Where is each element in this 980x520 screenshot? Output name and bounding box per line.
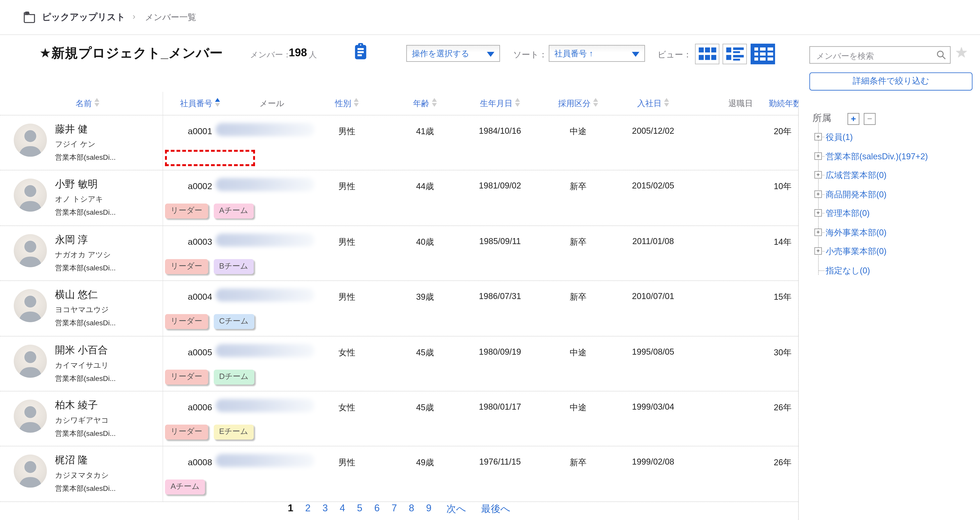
page-link[interactable]: 8: [409, 503, 414, 516]
expand-node-icon[interactable]: +: [814, 171, 822, 179]
tenure-cell: 15年: [774, 292, 792, 303]
collapse-all-button[interactable]: −: [864, 113, 875, 125]
table-view-icon[interactable]: [751, 44, 775, 64]
avatar: [14, 344, 47, 377]
employee-number: a0003: [188, 236, 212, 247]
tag: Bチーム: [213, 259, 254, 274]
tag: Aチーム: [213, 204, 254, 219]
hire-date-cell: 2015/02/05: [632, 181, 675, 191]
action-select[interactable]: 操作を選択する: [406, 45, 500, 62]
tag-list: Aチーム: [165, 480, 205, 495]
search-icon[interactable]: [936, 50, 947, 60]
expand-node-icon[interactable]: +: [814, 228, 822, 236]
expand-node-icon[interactable]: +: [814, 247, 822, 255]
tree-item-label[interactable]: 管理本部(0): [826, 208, 870, 219]
list-view-icon[interactable]: [722, 44, 747, 64]
page-link[interactable]: 5: [357, 503, 363, 516]
column-header-10[interactable]: 勤続年数: [769, 98, 798, 109]
column-header-5[interactable]: 年齢: [413, 98, 437, 109]
avatar: [14, 400, 47, 433]
employee-number: a0005: [188, 347, 212, 357]
sort-arrows-icon: [593, 98, 598, 107]
tag: リーダー: [165, 204, 208, 219]
search-input[interactable]: [815, 49, 933, 62]
age-cell: 44歳: [416, 181, 434, 193]
birth-date-cell: 1985/09/11: [479, 236, 521, 246]
birth-date-cell: 1980/01/17: [479, 402, 521, 411]
member-count-label: メンバー：: [250, 49, 291, 61]
expand-node-icon[interactable]: +: [814, 190, 822, 198]
page-link[interactable]: 9: [426, 503, 431, 516]
breadcrumb-root[interactable]: ピックアップリスト: [42, 11, 126, 23]
tree-item-label[interactable]: 役員(1): [826, 132, 853, 143]
tenure-cell: 30年: [774, 347, 792, 358]
hire-date-cell: 1999/02/08: [632, 457, 675, 467]
tree-item: +営業本部(salesDiv.)(197+2): [813, 147, 975, 166]
recruit-type-cell: 新卒: [570, 457, 587, 469]
member-kana: オノ トシアキ: [55, 195, 103, 205]
member-name: 柏木 綾子: [55, 399, 98, 412]
page-link[interactable]: 6: [374, 503, 380, 516]
column-header-6[interactable]: 生年月日: [480, 98, 520, 109]
tag-list: リーダーCチーム: [165, 314, 254, 329]
member-table: 名前社員番号メール性別年齢生年月日採用区分入社日退職日勤続年数 藤井 健 フジイ…: [0, 90, 798, 520]
sort-select[interactable]: 社員番号 ↑: [549, 45, 645, 62]
page-title: ★新規プロジェクト_メンバー: [40, 44, 223, 62]
expand-node-icon[interactable]: +: [814, 152, 822, 160]
clipboard-icon[interactable]: [355, 45, 366, 59]
tree-item-label[interactable]: 営業本部(salesDiv.)(197+2): [826, 151, 928, 162]
member-department: 営業本部(salesDi...: [55, 208, 116, 217]
table-header: 名前社員番号メール性別年齢生年月日採用区分入社日退職日勤続年数: [0, 90, 798, 116]
expand-all-button[interactable]: +: [848, 113, 859, 125]
column-header-2[interactable]: 社員番号: [180, 98, 220, 109]
table-row[interactable]: 藤井 健 フジイ ケン 営業本部(salesDi... a0001 男性 41歳…: [0, 116, 798, 171]
page-last[interactable]: 最後へ: [481, 503, 511, 516]
member-name: 梶沼 隆: [55, 454, 88, 467]
tree-item-label[interactable]: 小売事業本部(0): [826, 246, 887, 257]
column-header-4[interactable]: 性別: [335, 98, 359, 109]
top-bar: ピックアップリスト › メンバー一覧: [0, 0, 980, 35]
expand-node-icon[interactable]: +: [814, 209, 822, 217]
page-next[interactable]: 次へ: [446, 503, 466, 516]
folder-icon: [22, 11, 36, 23]
advanced-filter-button[interactable]: 詳細条件で絞り込む: [810, 73, 972, 90]
tree-item-label[interactable]: 指定なし(0): [826, 265, 870, 276]
member-count-value: 198: [289, 46, 307, 59]
recruit-type-cell: 中途: [570, 347, 587, 358]
column-header-8[interactable]: 入社日: [637, 98, 669, 109]
table-row[interactable]: 永岡 淳 ナガオカ アツシ 営業本部(salesDi... a0003 男性 4…: [0, 226, 798, 281]
member-kana: ナガオカ アツシ: [55, 250, 111, 260]
page-link[interactable]: 2: [305, 503, 310, 516]
card-view-icon[interactable]: [695, 44, 719, 64]
tag: リーダー: [165, 425, 208, 439]
avatar: [14, 289, 47, 322]
table-row[interactable]: 小野 敏明 オノ トシアキ 営業本部(salesDi... a0002 男性 4…: [0, 171, 798, 226]
table-row[interactable]: 開米 小百合 カイマイサユリ 営業本部(salesDi... a0005 女性 …: [0, 336, 798, 392]
department-tree: +役員(1)+営業本部(salesDiv.)(197+2)+広域営業本部(0)+…: [813, 128, 975, 281]
table-row[interactable]: 横山 悠仁 ヨコヤマユウジ 営業本部(salesDi... a0004 男性 3…: [0, 281, 798, 336]
sidebar-divider: [798, 100, 799, 520]
sort-arrows-icon: [94, 98, 99, 107]
column-header-1[interactable]: 名前: [76, 98, 100, 109]
tag-drop-target[interactable]: [165, 150, 255, 166]
table-body: 藤井 健 フジイ ケン 営業本部(salesDi... a0001 男性 41歳…: [0, 116, 798, 502]
age-cell: 40歳: [416, 236, 434, 248]
sort-arrows-icon: [515, 98, 520, 107]
star-icon[interactable]: ★: [955, 44, 968, 61]
page-link[interactable]: 7: [391, 503, 397, 516]
tree-item-label[interactable]: 広域営業本部(0): [826, 170, 887, 181]
column-header-7[interactable]: 採用区分: [558, 98, 598, 109]
expand-node-icon[interactable]: +: [814, 133, 822, 141]
birth-date-cell: 1980/09/19: [479, 347, 521, 356]
tree-item-label[interactable]: 商品開発本部(0): [826, 189, 887, 200]
tree-item-label[interactable]: 海外事業本部(0): [826, 227, 887, 238]
avatar: [14, 124, 47, 157]
chevron-down-icon: [487, 52, 495, 57]
page-link[interactable]: 3: [323, 503, 328, 516]
table-row[interactable]: 柏木 綾子 カシワギアヤコ 営業本部(salesDi... a0006 女性 4…: [0, 392, 798, 447]
tag: リーダー: [165, 259, 208, 274]
page-link[interactable]: 4: [340, 503, 345, 516]
sort-label: ソート：: [513, 49, 547, 61]
table-row[interactable]: 梶沼 隆 カジヌマタカシ 営業本部(salesDi... a0008 男性 49…: [0, 447, 798, 502]
tag: Dチーム: [213, 369, 255, 384]
